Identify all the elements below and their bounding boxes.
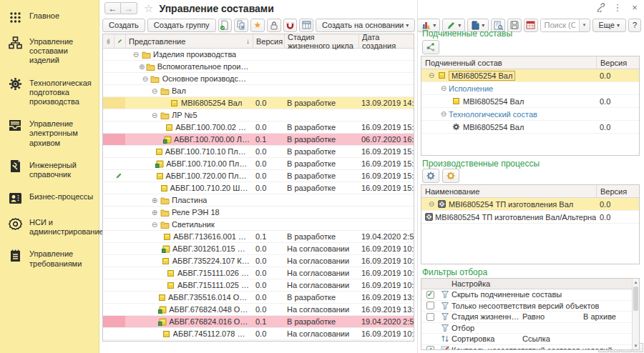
magnet-button[interactable]	[283, 19, 298, 32]
version-cell	[253, 49, 284, 60]
back-button[interactable]: ←	[104, 2, 121, 14]
name-cell: АБВГ.100.710.20 Шпилька 5	[125, 182, 253, 194]
sidebar-item[interactable]: Инженерный справочник	[6, 154, 96, 185]
subordinate-row[interactable]: ⊖MBI6805254 Вал0.0	[421, 69, 639, 82]
subordinate-row[interactable]: MBI6805254 Вал0.0	[421, 95, 639, 108]
tree-row[interactable]: АБВГ.676824.048 Отражатель0.0На согласов…	[103, 304, 414, 316]
forward-button[interactable]: →	[121, 2, 137, 14]
process-row[interactable]: MBI6805254 ТП изготовления Вал/Альтернат…	[421, 211, 639, 224]
created-cell: 19.04.2020 2:5…	[358, 231, 414, 242]
tree-row[interactable]: АБВГ.676824.016 Отражатель0.1В разработк…	[103, 316, 414, 328]
edit-column-header[interactable]	[114, 34, 125, 48]
expander-open-icon[interactable]: ⊖	[426, 71, 436, 79]
folder-icon	[146, 63, 155, 71]
subordinate-row[interactable]: ⊖Исполнение	[421, 82, 639, 95]
version-column-header[interactable]: Версия	[253, 34, 284, 48]
tree-row[interactable]: АБВГ.713616.001 Втулка0.1В разработке19.…	[103, 231, 414, 243]
process-button[interactable]	[422, 169, 439, 183]
favorites-button[interactable]: ★	[250, 19, 265, 32]
tree-row[interactable]: ⊖ЛР №5	[103, 109, 414, 121]
processes-version-column-header[interactable]: Версия	[596, 185, 639, 197]
expander-open-icon[interactable]: ⊖	[131, 51, 141, 59]
process-row[interactable]: ⊖MBI6805254 ТП изготовления Вал0.0	[421, 198, 639, 211]
tree-row[interactable]: ⊖Светильник	[103, 219, 414, 231]
tree-row[interactable]: АБВГ.735224.107 Крышка0.0На согласовании…	[103, 255, 414, 267]
filter-icon	[439, 324, 452, 332]
scrollbar-up-arrow[interactable]: ▲	[633, 279, 639, 286]
checkbox-unchecked[interactable]	[426, 302, 434, 309]
version-cell	[596, 108, 639, 120]
checkbox-checked[interactable]: ✓	[426, 291, 434, 299]
favorite-star-icon[interactable]: ☆	[144, 2, 153, 15]
copy-button[interactable]	[234, 19, 248, 32]
processes-name-column-header[interactable]: Наименование	[421, 187, 596, 196]
scrollbar-thumb[interactable]	[633, 287, 638, 311]
subordinate-name-column-header[interactable]: Подчиненный состав	[421, 59, 596, 67]
tree-row[interactable]: АБВГ.301261.015 Крышка0.0На согласовании…	[103, 243, 414, 255]
tree-row[interactable]: MBI6805254 Вал0.0В разработке13.09.2019 …	[103, 97, 414, 109]
tree-row[interactable]: АБВГ.100.710.20 Шпилька 50.0В разработке…	[103, 182, 414, 194]
stage-column-header[interactable]: Стадия жизненного цикла	[284, 34, 358, 48]
tree-row[interactable]: ⊕Пластина	[103, 194, 414, 207]
process-alt-button[interactable]	[442, 169, 459, 183]
tree-row[interactable]: АБВГ.100.700.00 ЛР №50.1В разработке06.0…	[103, 134, 414, 146]
tree-item-label: ЛР №5	[172, 111, 197, 119]
expander-open-icon[interactable]: ⊖	[439, 110, 449, 118]
structure-graph-button[interactable]	[422, 40, 439, 54]
name-column-header[interactable]: Представление ↓	[125, 34, 253, 48]
tree-row[interactable]: АБВГ.100.710.00 Плита верхняя…0.0В разра…	[103, 158, 414, 170]
attachment-column-header[interactable]	[103, 34, 114, 48]
create-group-button[interactable]: Создать группу	[147, 19, 216, 32]
filters-setting-column-header[interactable]: Настройка	[421, 279, 490, 288]
scrollbar-down-arrow[interactable]: ▼	[633, 342, 639, 349]
expander-open-icon[interactable]: ⊖	[426, 200, 436, 208]
tree-row[interactable]: ⊖Основное производство	[103, 73, 414, 85]
expander-closed-icon[interactable]: ⊕	[138, 63, 146, 71]
filter-row[interactable]: ✓Контроль несоответствий составов издели…	[421, 345, 632, 351]
expander-closed-icon[interactable]: ⊕	[150, 209, 160, 217]
sidebar-item[interactable]: Технологическая подготовка производства	[6, 71, 96, 113]
tree-row[interactable]: АБВГ.100.710.10 Плита верхняя 50.0В разр…	[103, 146, 414, 158]
subordinate-version-column-header[interactable]: Версия	[596, 56, 639, 69]
subordinate-row[interactable]: ⊖Технологический состав	[421, 108, 639, 121]
tree-row[interactable]: АБВГ.100.700.02 Гайка0.0В разработке16.0…	[103, 121, 414, 134]
filter-row[interactable]: Только несоответствия версий объектов	[421, 301, 632, 312]
edit-marker-cell	[114, 207, 125, 218]
tree-row[interactable]: ⊕Вспомогательное производство	[103, 61, 414, 73]
tree-row[interactable]: АБВГ.715111.025 Ось0.0На согласовании16.…	[103, 279, 414, 292]
sidebar-item[interactable]: Управление электронным архивом	[6, 112, 96, 154]
lock-button[interactable]	[267, 19, 281, 32]
filter-row[interactable]: Стадия жизненного циклаРавноВ архиве	[421, 312, 632, 323]
create-button[interactable]: Создать	[102, 19, 145, 32]
tree-row[interactable]: АБВГ.715111.026 Ось0.0На согласовании16.…	[103, 267, 414, 279]
subordinate-row[interactable]: MBI6805254 Вал0.0	[421, 121, 639, 134]
expander-open-icon[interactable]: ⊖	[150, 111, 160, 119]
expander-open-icon[interactable]: ⊖	[439, 84, 449, 92]
expander-open-icon[interactable]: ⊖	[150, 87, 160, 95]
expander-open-icon[interactable]: ⊖	[150, 221, 160, 229]
tree-row[interactable]: АБВГ.745112.078 Панель0.0На согласовании…	[103, 328, 414, 340]
sidebar-item[interactable]: Управление требованиями	[6, 242, 96, 274]
sidebar-item[interactable]: Главное	[6, 4, 96, 30]
new-version-button[interactable]	[218, 19, 233, 32]
created-column-header[interactable]: Дата создания	[358, 34, 414, 48]
expander-open-icon[interactable]: ⊖	[140, 75, 150, 83]
checkbox-checked[interactable]: ✓	[426, 346, 434, 350]
tree-row[interactable]: ⊖Вал	[103, 85, 414, 97]
tree-row[interactable]: ⊕Реле РЭН 18	[103, 207, 414, 219]
filter-row[interactable]: СортировкаСсылка	[421, 334, 632, 345]
columns-button[interactable]	[299, 19, 313, 32]
tree-row[interactable]: АБВГ.100.720.00 Плита нижняя 50.0В разра…	[103, 170, 414, 182]
checkbox-unchecked[interactable]	[426, 313, 434, 321]
sidebar-item[interactable]: НСИ и администрирование	[6, 211, 96, 242]
filter-row[interactable]: Отбор	[421, 323, 632, 334]
create-based-on-button[interactable]: Создать на основании▾	[316, 19, 415, 32]
filter-label: Отбор	[452, 324, 474, 332]
sidebar-item[interactable]: Управление составами изделий	[6, 30, 96, 71]
sidebar-item[interactable]: Бизнес-процессы	[6, 185, 96, 211]
part-icon	[160, 185, 168, 192]
filter-row[interactable]: ✓Скрыть подчиненные составы	[421, 289, 632, 301]
tree-row[interactable]: ⊖Изделия производства	[103, 49, 414, 61]
tree-row[interactable]: АБВГ.735516.014 Отражатель0.0В разработк…	[103, 292, 414, 304]
expander-closed-icon[interactable]: ⊕	[150, 197, 160, 204]
